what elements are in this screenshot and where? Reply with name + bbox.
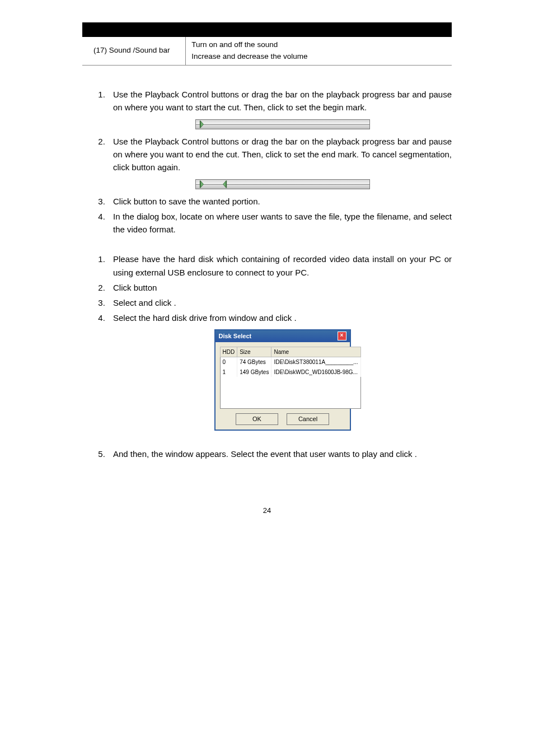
svg-marker-2	[200, 181, 203, 188]
progress-bar-end	[195, 179, 370, 189]
step-a4: In the dialog box, locate on where user …	[107, 210, 452, 236]
table-row: 1 149 GBytes IDE\DiskWDC_WD1600JB-98G...	[220, 367, 360, 377]
close-icon[interactable]: ×	[338, 332, 346, 340]
begin-mark-icon	[199, 119, 205, 130]
meta-right: Turn on and off the sound Increase and d…	[186, 37, 452, 65]
step-a2: Use the Playback Control buttons or drag…	[107, 135, 452, 190]
svg-marker-4	[223, 181, 226, 188]
table-row: 0 74 GBytes IDE\DiskST380011A_________..…	[220, 357, 360, 367]
page-number: 24	[82, 505, 452, 516]
dialog-title: Disk Select	[219, 332, 252, 341]
cancel-button[interactable]: Cancel	[287, 413, 329, 425]
step-a1: Use the Playback Control buttons or drag…	[107, 88, 452, 130]
step-b4: Select the hard disk drive from window a…	[107, 311, 452, 431]
disk-list-table[interactable]: HDD Size Name 0 74 GBytes IDE\DiskST3800…	[220, 347, 361, 409]
step-b2: Click button	[107, 281, 452, 294]
ok-button[interactable]: OK	[236, 413, 278, 425]
svg-marker-0	[200, 122, 203, 128]
steps-section-a: Use the Playback Control buttons or drag…	[82, 88, 452, 236]
steps-section-b: Please have the hard disk which containi…	[82, 253, 452, 460]
progress-bar-begin	[195, 119, 370, 129]
meta-table: (17) Sound /Sound bar Turn on and off th…	[82, 22, 452, 66]
step-b1: Please have the hard disk which containi…	[107, 253, 452, 279]
step-b5: And then, the window appears. Select the…	[107, 447, 452, 460]
begin-mark-icon	[199, 179, 205, 190]
disk-select-dialog: Disk Select × HDD Size Name 0 74 GBytes	[214, 329, 351, 431]
end-mark-icon	[222, 179, 227, 190]
step-b3: Select and click .	[107, 296, 452, 309]
meta-left: (17) Sound /Sound bar	[82, 37, 186, 65]
step-a3: Click button to save the wanted portion.	[107, 195, 452, 208]
